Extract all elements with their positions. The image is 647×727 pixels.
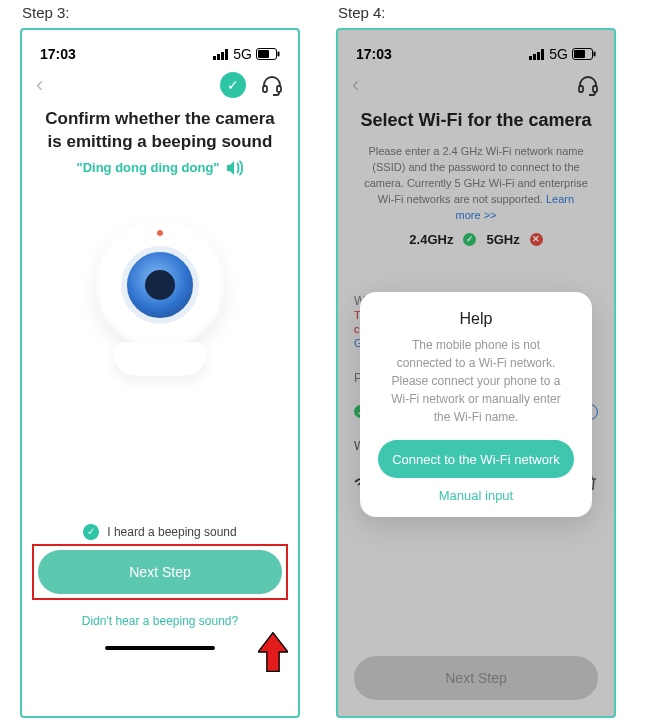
svg-rect-1: [217, 54, 220, 60]
status-time: 17:03: [40, 46, 76, 62]
svg-rect-10: [529, 56, 532, 60]
pointer-arrow-icon: [258, 632, 288, 672]
svg-rect-6: [278, 52, 280, 57]
page-description: Please enter a 2.4 GHz Wi-Fi network nam…: [338, 138, 614, 232]
svg-rect-12: [537, 52, 540, 60]
check-icon: ✓: [83, 524, 99, 540]
svg-rect-2: [221, 52, 224, 60]
step3-label: Step 3:: [22, 4, 70, 21]
confirm-label: I heard a beeping sound: [107, 525, 236, 539]
back-button[interactable]: ‹: [352, 72, 359, 98]
back-button[interactable]: ‹: [36, 72, 43, 98]
status-network: 5G: [233, 46, 252, 62]
battery-icon: [572, 48, 596, 60]
status-bar: 17:03 5G: [22, 30, 298, 68]
svg-rect-13: [541, 49, 544, 60]
step4-phone: 17:03 5G ‹ Select Wi-Fi for the camera P…: [336, 28, 616, 718]
status-time: 17:03: [356, 46, 392, 62]
freq-24ghz: 2.4GHz: [409, 232, 453, 247]
check-circle-icon: ✓: [463, 233, 476, 246]
freq-5ghz: 5GHz: [486, 232, 519, 247]
help-modal: Help The mobile phone is not connected t…: [360, 292, 592, 517]
nav-row: ‹ ✓: [22, 68, 298, 104]
svg-rect-17: [579, 86, 583, 92]
status-right: 5G: [529, 46, 596, 62]
battery-icon: [256, 48, 280, 60]
status-network: 5G: [549, 46, 568, 62]
step3-phone: 17:03 5G ‹ ✓ Confirm whether the camera …: [20, 28, 300, 718]
heard-sound-confirm[interactable]: ✓ I heard a beeping sound: [22, 524, 298, 540]
modal-body: The mobile phone is not connected to a W…: [378, 336, 574, 440]
nav-row: ‹: [338, 68, 614, 104]
svg-rect-7: [263, 86, 267, 92]
status-bar: 17:03 5G: [338, 30, 614, 68]
next-step-button[interactable]: Next Step: [38, 550, 282, 594]
status-right: 5G: [213, 46, 280, 62]
next-step-button[interactable]: Next Step: [354, 656, 598, 700]
sound-indicator: "Ding dong ding dong": [22, 160, 298, 176]
page-title: Confirm whether the camera is emitting a…: [22, 104, 298, 160]
svg-rect-15: [574, 50, 585, 58]
svg-marker-9: [258, 633, 288, 672]
speaker-icon: [226, 160, 244, 176]
signal-icon: [213, 49, 229, 60]
sound-phrase: "Ding dong ding dong": [76, 160, 219, 175]
connect-wifi-button[interactable]: Connect to the Wi-Fi network: [378, 440, 574, 478]
step4-label: Step 4:: [338, 4, 386, 21]
frequency-indicator: 2.4GHz ✓ 5GHz ✕: [338, 232, 614, 247]
progress-check-icon: ✓: [220, 72, 246, 98]
svg-rect-0: [213, 56, 216, 60]
manual-input-link[interactable]: Manual input: [378, 488, 574, 503]
x-circle-icon: ✕: [530, 233, 543, 246]
svg-rect-5: [258, 50, 269, 58]
headset-icon[interactable]: [260, 73, 284, 97]
headset-icon[interactable]: [576, 73, 600, 97]
svg-rect-3: [225, 49, 228, 60]
modal-title: Help: [378, 310, 574, 328]
page-title: Select Wi-Fi for the camera: [338, 104, 614, 138]
signal-icon: [529, 49, 545, 60]
svg-rect-16: [594, 52, 596, 57]
camera-illustration: [22, 176, 298, 404]
home-indicator: [105, 646, 215, 650]
svg-rect-8: [277, 86, 281, 92]
no-sound-link[interactable]: Didn't hear a beeping sound?: [22, 614, 298, 628]
svg-rect-18: [593, 86, 597, 92]
svg-rect-11: [533, 54, 536, 60]
